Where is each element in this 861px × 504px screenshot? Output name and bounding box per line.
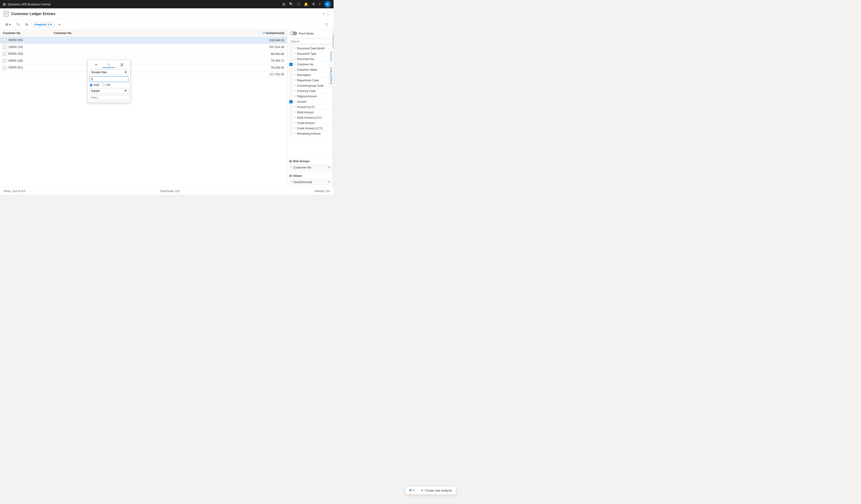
filter-value1-input[interactable] <box>90 77 128 82</box>
table-body: › 30000 (59) 238,948.93 › 10000 (33) 237… <box>0 37 287 78</box>
filter-tab-columns[interactable]: ||| <box>115 62 128 68</box>
list-item[interactable]: ⠿ Customer Name <box>287 67 333 72</box>
list-item[interactable]: ⠿ Credit Amount (LCY) <box>287 126 333 131</box>
row-group-name: Customer No. <box>293 166 312 169</box>
table-row[interactable]: › 20000 (51) 76,339.92 <box>0 64 287 71</box>
field-checkbox[interactable] <box>289 127 292 130</box>
field-checkbox[interactable] <box>289 84 292 87</box>
values-section: ⊟ Values ⠿ Sum(Amount) × <box>287 173 333 187</box>
tab-analysis-filters[interactable]: Analysis Filters <box>328 64 333 87</box>
topbar-bell-icon[interactable]: 🔔 <box>304 2 308 6</box>
list-item[interactable]: ⠿ Remaining Amount <box>287 131 333 136</box>
rows-label: Rows: <box>4 190 11 193</box>
field-name: Customergroup Code <box>297 84 324 87</box>
drag-handle-icon: ⠿ <box>294 79 296 82</box>
chip-remove-values-button[interactable]: × <box>328 180 330 184</box>
row-groups-title: ⊟ Row Groups <box>289 160 332 163</box>
field-checkbox[interactable] <box>289 111 292 114</box>
field-checkbox[interactable] <box>289 47 292 50</box>
list-item[interactable]: ⠿ Credit Amount <box>287 121 333 126</box>
field-checkbox[interactable] <box>289 79 292 82</box>
list-item[interactable]: ⠿ Document Date Month <box>287 46 333 51</box>
filter-button[interactable]: ▽ <box>323 21 330 28</box>
field-checkbox[interactable] <box>289 57 292 61</box>
field-checkbox[interactable] <box>289 121 292 125</box>
search-button[interactable]: 🔍 <box>14 22 22 27</box>
topbar-search-icon[interactable]: 🔍 <box>289 2 293 6</box>
radio-and[interactable] <box>90 84 93 87</box>
filter-tab-filter[interactable]: ▽ <box>102 62 115 68</box>
list-item[interactable]: ⠿ Currency Code <box>287 88 333 94</box>
list-item[interactable]: ⠿ Amount (LCY) <box>287 105 333 110</box>
filter-condition2-select[interactable]: Equals Greater than <box>90 88 128 94</box>
back-button[interactable]: ← <box>4 11 9 17</box>
list-item[interactable]: ⠿ Document Type <box>287 51 333 56</box>
col-header-customer-no[interactable]: Customer No. <box>0 30 51 37</box>
table-row[interactable]: › 50000 (43) 88,993.80 <box>0 51 287 57</box>
field-name: Original Amount <box>297 95 317 98</box>
col-header-sum-amount[interactable]: ↓ ▽ Sum(Amount) <box>75 30 287 37</box>
row-expand-button[interactable]: › <box>3 52 6 56</box>
table-row[interactable]: › 10000 (33) 237,014.28 <box>0 43 287 51</box>
field-checkbox[interactable] <box>289 73 292 77</box>
row-expand-button[interactable]: › <box>3 59 6 63</box>
analysis-tab[interactable]: Analysis 1 ▾ <box>32 22 54 27</box>
view-chevron-icon: ▾ <box>9 23 11 26</box>
cell-customer-no: › 50000 (43) <box>0 51 51 57</box>
topbar-search2-icon[interactable]: ⬡ <box>297 2 300 6</box>
field-checkbox[interactable] <box>289 95 292 98</box>
field-checkbox[interactable] <box>289 106 292 109</box>
table-row[interactable]: › 30000 (59) 238,948.93 <box>0 37 287 44</box>
field-name: Department Code <box>297 79 319 82</box>
list-item[interactable]: ⠿ Debit Amount (LCY) <box>287 115 333 121</box>
topbar-help-icon[interactable]: ? <box>319 2 320 6</box>
row-expand-button[interactable]: › <box>3 39 6 42</box>
total-empty <box>51 71 75 78</box>
field-search-input[interactable] <box>289 39 332 44</box>
table-row[interactable]: › 40000 (28) 76,454.72 <box>0 57 287 64</box>
field-checkbox[interactable] <box>289 132 292 135</box>
add-analysis-button[interactable]: + <box>56 21 63 28</box>
tab-columns[interactable]: Columns <box>328 48 333 64</box>
topbar-settings-icon[interactable]: ⚙ <box>312 2 315 6</box>
expand-icon[interactable]: ⤢ <box>323 12 325 15</box>
list-item[interactable]: ✓ ⠿ Amount <box>287 99 333 105</box>
row-expand-button[interactable]: › <box>3 45 6 49</box>
radio-or[interactable] <box>102 84 105 87</box>
radio-and-label[interactable]: AND <box>90 83 99 87</box>
field-name: Remaining Amount <box>297 132 320 135</box>
right-panel: Pivot Mode Columns Analysis Filters ⠿ Do… <box>287 30 333 187</box>
list-item[interactable]: ⠿ Original Amount <box>287 94 333 99</box>
filter-tab-list[interactable]: ≡ <box>90 62 102 68</box>
filter-condition1-select[interactable]: Greater than Equals Less than <box>90 69 128 75</box>
cell-customer-no: › 30000 (59) <box>0 37 51 44</box>
filter-value2-input[interactable] <box>90 95 128 100</box>
field-checkbox-checked[interactable]: ✓ <box>289 100 292 103</box>
col-header-customer-no2[interactable]: Customer No. <box>51 30 75 37</box>
topbar-grid-icon[interactable]: ⊞ <box>282 2 285 6</box>
field-checkbox[interactable] <box>289 116 292 119</box>
radio-or-label[interactable]: OR <box>102 83 110 87</box>
user-avatar[interactable]: K <box>324 1 331 8</box>
cell-sum-amount: 237,014.28 <box>75 43 287 51</box>
chip-remove-button[interactable]: × <box>328 165 330 169</box>
fullscreen-icon[interactable]: ⛶ <box>327 12 330 15</box>
list-item[interactable]: ⠿ Customergroup Code <box>287 83 333 88</box>
row-expand-button[interactable]: › <box>3 66 6 69</box>
field-checkbox[interactable] <box>289 90 292 93</box>
save-button[interactable]: ⊟ <box>24 22 30 27</box>
field-name: Amount <box>297 100 306 103</box>
col-label-customer-no2: Customer No. <box>54 31 72 35</box>
list-item[interactable]: ⠿ Debit Amount <box>287 110 333 115</box>
pivot-toggle-switch[interactable] <box>290 31 297 35</box>
field-checkbox[interactable] <box>289 68 292 71</box>
field-checkbox-checked[interactable]: ✓ <box>289 63 292 66</box>
drag-handle-icon: ⠿ <box>294 74 296 77</box>
view-toggle-button[interactable]: ⊞ ▾ <box>4 22 13 27</box>
field-checkbox[interactable] <box>289 52 292 55</box>
list-item[interactable]: ⠿ Department Code <box>287 78 333 83</box>
list-item[interactable]: ⠿ Description <box>287 72 333 78</box>
total-rows-info: Total Rows: 415 <box>160 190 180 193</box>
list-item[interactable]: ⠿ Document No. <box>287 56 333 62</box>
list-item[interactable]: ✓ ⠿ Customer No. <box>287 62 333 67</box>
